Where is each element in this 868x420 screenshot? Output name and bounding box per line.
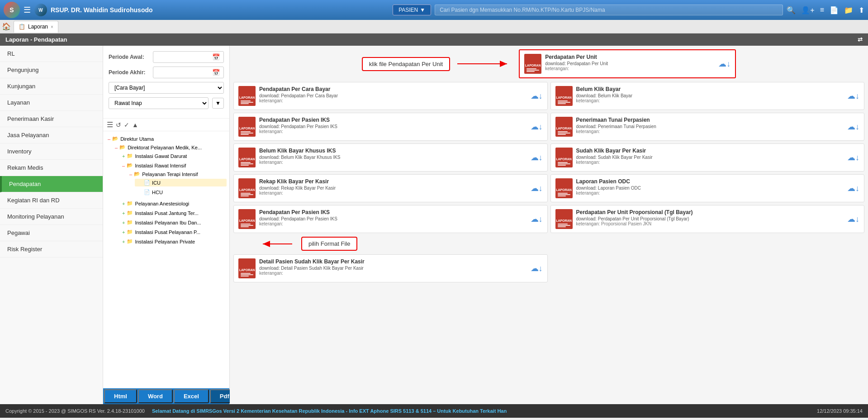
- expand-icon-direktorat[interactable]: –: [115, 145, 118, 150]
- expand-icon-pti[interactable]: –: [129, 172, 132, 177]
- collapse-icon[interactable]: ⇄: [858, 36, 863, 43]
- tree-expand-icon[interactable]: ▲: [132, 121, 138, 129]
- filter-expand-btn[interactable]: ▼: [212, 98, 224, 109]
- search-input[interactable]: [435, 5, 783, 15]
- report-card-7[interactable]: LAPORAN Laporan Pasien ODC download: Lap…: [550, 174, 865, 202]
- report-icon-6: LAPORAN: [238, 178, 256, 198]
- document-icon[interactable]: 📄: [830, 6, 839, 14]
- expand-icon-jantung[interactable]: +: [122, 210, 125, 216]
- report-card-top[interactable]: LAPORAN Perdapatan Per Unit download: Pe…: [519, 49, 736, 78]
- periode-akhir-field[interactable]: 30-11-2023: [157, 69, 210, 76]
- list-icon[interactable]: ≡: [820, 6, 824, 14]
- tree-label-private[interactable]: + 📁 Instalasi Pelayanan Private: [120, 238, 227, 245]
- tree-label-pti[interactable]: – 📂 Pelayanan Terapi Intensif: [128, 170, 227, 178]
- report-dl-btn-5[interactable]: ☁↓: [847, 153, 859, 162]
- sidebar-item-rl[interactable]: RL: [0, 46, 103, 62]
- report-dl-btn-4[interactable]: ☁↓: [531, 153, 543, 162]
- expand-icon-pelayanan-p[interactable]: +: [122, 229, 125, 235]
- top-report-keterangan: keterangan:: [545, 66, 715, 71]
- report-dl-7: download: Laporan Pasien ODC: [576, 186, 844, 191]
- node-text-jantung: Instalasi Pusat Jantung Ter...: [135, 210, 198, 216]
- tree-label-jantung[interactable]: + 📁 Instalasi Pusat Jantung Ter...: [120, 209, 227, 217]
- format-excel-button[interactable]: Excel: [174, 389, 209, 403]
- report-dl-btn-9[interactable]: ☁↓: [847, 214, 859, 224]
- report-card-3[interactable]: LAPORAN Penerimaan Tunai Perpasien downl…: [550, 113, 865, 141]
- add-user-icon[interactable]: 👤+: [801, 6, 814, 14]
- tab-close-button[interactable]: ×: [51, 24, 53, 29]
- report-dl-btn-3[interactable]: ☁↓: [847, 122, 859, 132]
- sidebar-item-monitoring-pelayanan[interactable]: Monitoring Pelayanan: [0, 209, 103, 225]
- sidebar-item-penerimaan-kasir[interactable]: Penerimaan Kasir: [0, 111, 103, 127]
- report-dl-btn-8[interactable]: ☁↓: [531, 214, 543, 224]
- report-dl-btn-2[interactable]: ☁↓: [531, 122, 543, 132]
- format-word-button[interactable]: Word: [138, 389, 173, 403]
- report-dl-btn-10[interactable]: ☁↓: [531, 263, 543, 273]
- periode-akhir-label: Periode Akhir:: [109, 69, 149, 76]
- search-icon[interactable]: 🔍: [787, 6, 796, 14]
- tree-label-icu[interactable]: 📄 ICU: [135, 179, 227, 186]
- tree-label-anestesi[interactable]: + 📁 Pelayanan Anestesiologi: [120, 200, 227, 207]
- sidebar-item-pengunjung[interactable]: Pengunjung: [0, 62, 103, 78]
- arrow-1: [457, 57, 512, 71]
- report-card-6[interactable]: LAPORAN Rekap Klik Bayar Per Kasir downl…: [233, 174, 548, 202]
- sidebar-item-inventory[interactable]: Inventory: [0, 143, 103, 160]
- expand-icon-iri[interactable]: –: [122, 163, 125, 168]
- sidebar-item-risk-register[interactable]: Risk Register: [0, 241, 103, 258]
- tree-node-jantung: + 📁 Instalasi Pusat Jantung Ter...: [120, 208, 227, 218]
- periode-awal-field[interactable]: 01-11-2023: [157, 54, 210, 60]
- report-card-1[interactable]: LAPORAN Belum Klik Bayar download: Belum…: [550, 82, 865, 110]
- expand-icon[interactable]: –: [108, 136, 110, 142]
- tree-label-iri[interactable]: – 📂 Instalasi Rawat Intensif: [120, 162, 227, 169]
- sidebar-item-jasa-pelayanan[interactable]: Jasa Pelayanan: [0, 127, 103, 143]
- periode-akhir-input[interactable]: 30-11-2023 📅: [153, 67, 224, 78]
- export-icon[interactable]: ⬆: [859, 6, 864, 14]
- report-card-4[interactable]: LAPORAN Belum Klik Bayar Khusus IKS down…: [233, 143, 548, 172]
- tab-laporan[interactable]: 📋 Laporan ×: [14, 21, 58, 33]
- calendar-icon[interactable]: 📅: [212, 53, 220, 61]
- report-card-2[interactable]: LAPORAN Pendapatan Per Pasien IKS downlo…: [233, 113, 548, 141]
- sidebar-item-rekam-medis[interactable]: Rekam Medis: [0, 160, 103, 176]
- expand-icon-private[interactable]: +: [122, 239, 125, 244]
- report-dl-btn-6[interactable]: ☁↓: [531, 183, 543, 193]
- sidebar-item-kegiatan-ri-rd[interactable]: Kegiatan RI dan RD: [0, 192, 103, 209]
- tree-label-direktorat[interactable]: – 📂 Direktorat Pelayanan Medik, Ke...: [113, 143, 227, 151]
- report-card-5[interactable]: LAPORAN Sudah Klik Bayar Per Kasir downl…: [550, 143, 865, 172]
- rawat-inap-select[interactable]: Rawat Inap: [109, 97, 209, 109]
- expand-icon-igd[interactable]: +: [122, 153, 125, 159]
- sidebar: RL Pengunjung Kunjungan Layanan Penerima…: [0, 46, 103, 404]
- format-html-button[interactable]: Html: [104, 389, 137, 403]
- report-card-0[interactable]: LAPORAN Pendapatan Per Cara Bayar downlo…: [233, 82, 548, 110]
- calendar-end-icon[interactable]: 📅: [212, 69, 220, 76]
- tree-label-hcu[interactable]: 📄 HCU: [135, 188, 227, 196]
- sidebar-item-layanan[interactable]: Layanan: [0, 95, 103, 111]
- tree-label-pelayanan-p[interactable]: + 📁 Instalasi Pusat Pelayanan P...: [120, 228, 227, 236]
- expand-icon-anestesi[interactable]: +: [122, 201, 125, 206]
- sidebar-item-kunjungan[interactable]: Kunjungan: [0, 78, 103, 95]
- expand-icon-ibu[interactable]: +: [122, 220, 125, 225]
- menu-icon[interactable]: ☰: [24, 5, 31, 15]
- report-title-10: Detail Pasien Sudah Klik Bayar Per Kasir: [259, 258, 527, 265]
- top-report-download-btn[interactable]: ☁↓: [718, 59, 730, 69]
- tree-refresh-icon[interactable]: ↺: [116, 121, 121, 129]
- tree-label-direktur-utama[interactable]: – 📂 Direktur Utama: [106, 135, 227, 143]
- tree-label-ibu[interactable]: + 📁 Instalasi Pelayanan Ibu Dan...: [120, 219, 227, 226]
- annotation-area-1: klik file Pendapatan Per Unit LAPORAN: [233, 49, 864, 78]
- report-card-8[interactable]: LAPORAN Pendapatan Per Pasien IKS downlo…: [233, 205, 548, 233]
- pasien-button[interactable]: PASIEN ▼: [393, 5, 431, 15]
- report-dl-btn-1[interactable]: ☁↓: [847, 91, 859, 101]
- cara-bayar-select[interactable]: [Cara Bayar]: [109, 82, 224, 94]
- report-ket-1: keterangan:: [576, 98, 844, 103]
- sidebar-item-pegawai[interactable]: Pegawai: [0, 225, 103, 241]
- periode-awal-input[interactable]: 01-11-2023 📅: [153, 51, 224, 63]
- folder-icon[interactable]: 📁: [844, 6, 853, 14]
- report-dl-9: download: Perdapatan Per Unit Proporsion…: [576, 216, 844, 221]
- node-text-direktorat: Direktorat Pelayanan Medik, Ke...: [128, 145, 202, 150]
- report-card-10[interactable]: LAPORAN Detail Pasien Sudah Klik Bayar P…: [233, 254, 548, 282]
- report-dl-btn-7[interactable]: ☁↓: [847, 183, 859, 193]
- tree-check-icon[interactable]: ✓: [124, 121, 129, 129]
- sidebar-item-pendapatan[interactable]: Pendapatan: [0, 176, 103, 192]
- tree-label-igd[interactable]: + 📁 Instalasi Gawat Darurat: [120, 152, 227, 160]
- home-icon[interactable]: 🏠: [2, 22, 11, 31]
- report-card-9[interactable]: LAPORAN Perdapatan Per Unit Proporsional…: [550, 205, 865, 233]
- report-dl-btn-0[interactable]: ☁↓: [531, 91, 543, 101]
